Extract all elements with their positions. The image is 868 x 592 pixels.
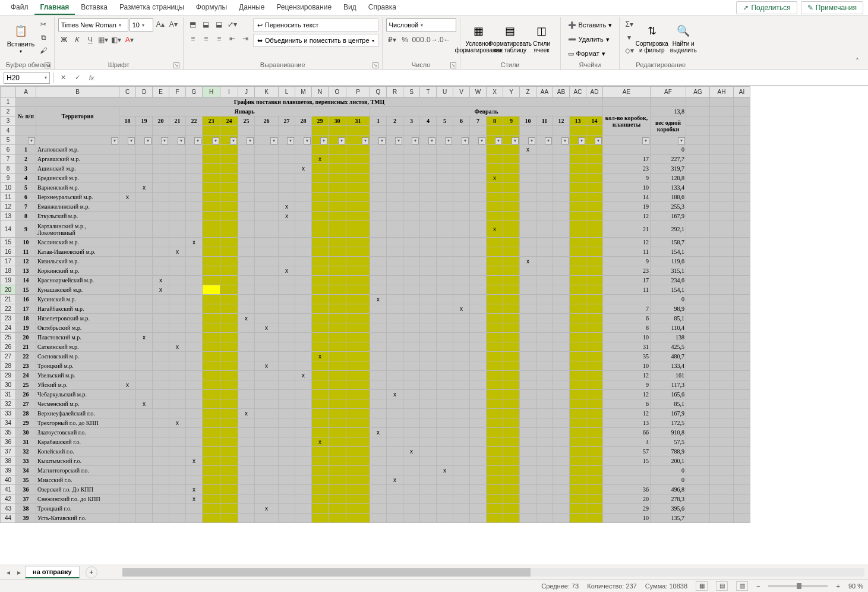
cell[interactable] bbox=[570, 295, 586, 304]
cell[interactable] bbox=[520, 371, 536, 380]
cell[interactable] bbox=[403, 221, 420, 238]
cell[interactable] bbox=[387, 504, 403, 514]
cell[interactable] bbox=[119, 314, 136, 323]
cell[interactable] bbox=[169, 323, 186, 333]
cell[interactable] bbox=[186, 183, 203, 193]
cell[interactable] bbox=[203, 504, 220, 514]
cell[interactable] bbox=[312, 295, 329, 304]
cell[interactable] bbox=[312, 447, 329, 456]
cell[interactable] bbox=[370, 514, 387, 523]
cell[interactable] bbox=[153, 193, 169, 202]
row-header[interactable]: 16 bbox=[1, 247, 16, 257]
cell[interactable] bbox=[220, 136, 238, 145]
cell[interactable] bbox=[387, 399, 403, 409]
cell[interactable] bbox=[403, 126, 420, 136]
cell[interactable]: 6 bbox=[603, 314, 651, 323]
cell[interactable] bbox=[710, 266, 734, 276]
cell[interactable] bbox=[203, 409, 220, 418]
cell[interactable] bbox=[710, 466, 734, 476]
cell[interactable]: Еткульский м.р. bbox=[36, 212, 119, 221]
cell[interactable] bbox=[279, 495, 295, 504]
cell[interactable]: Трехгорный г.о. до КПП bbox=[36, 418, 119, 428]
cell[interactable] bbox=[586, 390, 603, 399]
cell[interactable] bbox=[403, 514, 420, 523]
cell[interactable] bbox=[169, 145, 186, 155]
cell[interactable] bbox=[503, 437, 520, 447]
cell[interactable]: Февраль bbox=[370, 107, 603, 116]
cell[interactable] bbox=[370, 285, 387, 295]
cell[interactable] bbox=[503, 164, 520, 174]
cell[interactable]: 98,9 bbox=[651, 304, 686, 314]
cell[interactable]: 13 bbox=[16, 266, 36, 276]
col-header-AA[interactable]: AA bbox=[536, 87, 553, 97]
cell[interactable]: 7 bbox=[470, 116, 487, 126]
cell[interactable] bbox=[329, 399, 346, 409]
cell[interactable] bbox=[487, 504, 503, 514]
cell[interactable] bbox=[295, 295, 312, 304]
cell[interactable] bbox=[119, 352, 136, 361]
cell[interactable] bbox=[734, 247, 750, 257]
cell[interactable] bbox=[734, 390, 750, 399]
cell[interactable] bbox=[420, 399, 437, 409]
cell[interactable] bbox=[169, 485, 186, 495]
cell[interactable] bbox=[487, 456, 503, 466]
cell[interactable] bbox=[346, 504, 370, 514]
cell[interactable] bbox=[686, 145, 710, 155]
cell[interactable]: x bbox=[387, 476, 403, 485]
cell[interactable] bbox=[503, 183, 520, 193]
cell[interactable] bbox=[710, 514, 734, 523]
cell[interactable] bbox=[329, 418, 346, 428]
cell[interactable]: 13 bbox=[570, 116, 586, 126]
cell[interactable] bbox=[387, 238, 403, 247]
cell[interactable] bbox=[312, 257, 329, 266]
cell[interactable] bbox=[453, 276, 470, 285]
cell[interactable] bbox=[420, 145, 437, 155]
cell[interactable]: 11 bbox=[603, 247, 651, 257]
cell[interactable] bbox=[437, 304, 453, 314]
cell[interactable] bbox=[220, 285, 238, 295]
cell[interactable]: Чебаркульский м.р. bbox=[36, 390, 119, 399]
menu-данные[interactable]: Данные bbox=[233, 1, 270, 15]
cell[interactable] bbox=[346, 380, 370, 390]
cell[interactable]: 22 bbox=[16, 352, 36, 361]
cell[interactable] bbox=[186, 257, 203, 266]
cell[interactable] bbox=[295, 485, 312, 495]
cell[interactable] bbox=[710, 183, 734, 193]
cell[interactable] bbox=[403, 212, 420, 221]
cell[interactable] bbox=[279, 447, 295, 456]
cell[interactable] bbox=[329, 514, 346, 523]
cell[interactable] bbox=[370, 361, 387, 371]
cell[interactable] bbox=[387, 456, 403, 466]
cell[interactable] bbox=[487, 276, 503, 285]
cell[interactable] bbox=[686, 107, 710, 116]
cell[interactable]: 23 bbox=[603, 266, 651, 276]
col-header-T[interactable]: T bbox=[420, 87, 437, 97]
cell[interactable]: 6 bbox=[603, 399, 651, 409]
cell[interactable] bbox=[186, 418, 203, 428]
cell[interactable] bbox=[169, 447, 186, 456]
cell[interactable]: 29 bbox=[16, 418, 36, 428]
cell[interactable] bbox=[370, 276, 387, 285]
cell[interactable] bbox=[520, 193, 536, 202]
spreadsheet-grid[interactable]: ABCDEFGHIJKLMNOPQRSTUVWXYZAAABACADAEAFAG… bbox=[0, 86, 750, 523]
cell[interactable] bbox=[420, 221, 437, 238]
cell[interactable] bbox=[370, 266, 387, 276]
cell[interactable] bbox=[536, 212, 553, 221]
cell[interactable] bbox=[420, 352, 437, 361]
cell[interactable] bbox=[686, 257, 710, 266]
cell[interactable] bbox=[570, 371, 586, 380]
cell[interactable] bbox=[169, 304, 186, 314]
cell[interactable] bbox=[312, 456, 329, 466]
cell[interactable] bbox=[387, 466, 403, 476]
cell[interactable]: x bbox=[136, 399, 153, 409]
cell[interactable] bbox=[710, 323, 734, 333]
cell[interactable] bbox=[153, 183, 169, 193]
cell[interactable] bbox=[279, 136, 295, 145]
cell[interactable] bbox=[370, 476, 387, 485]
cell[interactable]: 20 bbox=[16, 333, 36, 342]
cell[interactable]: 25 bbox=[238, 116, 255, 126]
cell[interactable] bbox=[603, 476, 651, 485]
cell[interactable] bbox=[203, 136, 220, 145]
cell[interactable] bbox=[553, 514, 570, 523]
cell[interactable]: 9 bbox=[603, 174, 651, 183]
